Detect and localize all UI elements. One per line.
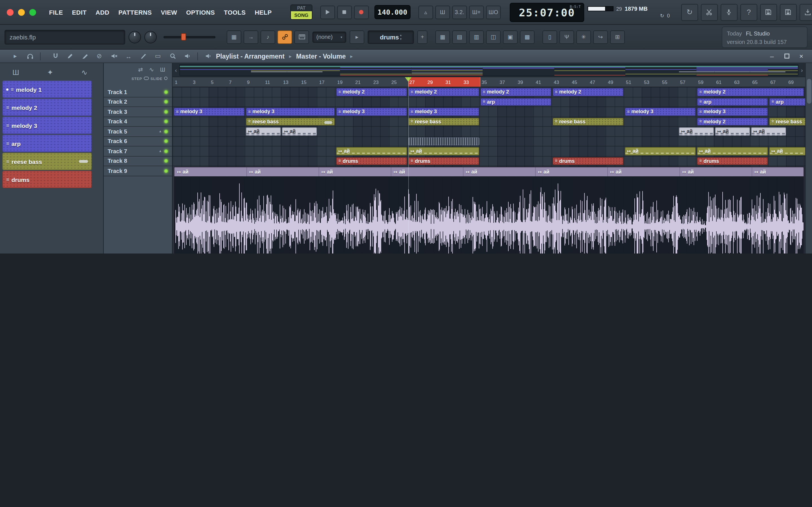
pattern-arrow-button[interactable]: ▸ [350, 30, 364, 44]
menu-file[interactable]: FILE [45, 7, 67, 17]
grid-icon[interactable]: Ш [160, 66, 165, 73]
clip[interactable]: ↦ай [246, 127, 281, 135]
macos-minimize-button[interactable] [18, 9, 25, 15]
menu-help[interactable]: HELP [251, 7, 275, 17]
tempo-display[interactable]: 140.000 [374, 5, 410, 19]
macos-zoom-button[interactable] [29, 9, 36, 15]
master-pitch-knob[interactable] [144, 31, 157, 43]
cut-icon[interactable] [701, 4, 718, 20]
slider-handle[interactable] [181, 33, 186, 40]
slide-toggle[interactable] [164, 76, 167, 80]
track-header[interactable]: Track 8 [104, 156, 172, 166]
track-header[interactable]: Track 4 [104, 117, 172, 127]
minimize-button[interactable]: – [768, 52, 776, 60]
swap-icon[interactable]: ⇄ [138, 66, 143, 73]
magnet-icon[interactable] [49, 51, 61, 61]
clip[interactable]: ↦ай [408, 147, 479, 155]
mic-icon[interactable] [721, 4, 738, 20]
collapse-arrow-icon[interactable]: ▴ [159, 149, 161, 154]
clip[interactable]: ≡melody 2 [408, 88, 479, 96]
clip[interactable]: ≡reese bass [408, 117, 479, 126]
touch-icon[interactable]: ✳ [576, 30, 591, 44]
headphones-icon[interactable] [24, 51, 36, 61]
playlist-play-icon[interactable]: ▸ [9, 51, 21, 61]
zoom-tool-icon[interactable] [166, 51, 179, 61]
clip[interactable]: ↦ай [715, 127, 750, 135]
plugin-icon[interactable]: Ψ [559, 30, 574, 44]
macos-close-button[interactable] [7, 9, 13, 15]
timeline-ruler[interactable]: 1357911131517192123252729313335373941434… [172, 77, 805, 87]
track-header[interactable]: Track 9 [104, 166, 172, 176]
clip[interactable]: ≡reese bass [769, 117, 805, 126]
track-header[interactable]: Track 2 [104, 97, 172, 107]
draw-tool-icon[interactable] [64, 51, 76, 61]
clip[interactable]: ≡reese bass [246, 117, 335, 126]
clip[interactable]: ≡melody 2 [480, 88, 552, 96]
close-button[interactable]: × [797, 52, 805, 60]
vertical-scrollbar[interactable] [805, 63, 812, 253]
track-led[interactable] [164, 169, 168, 173]
browser-panel-icon[interactable]: ▣ [503, 30, 518, 44]
menu-view[interactable]: VIEW [157, 7, 181, 17]
clip[interactable]: ↦ай [282, 127, 317, 135]
track-led[interactable] [164, 120, 168, 124]
automation-tab-icon[interactable]: ∿ [81, 68, 87, 76]
scroll-left-icon[interactable]: ‹ [172, 67, 179, 73]
audio-tab-icon[interactable]: ✦ [47, 68, 53, 76]
breadcrumb-subtitle[interactable]: Master - Volume [296, 53, 346, 59]
select-tool-icon[interactable]: ▭ [152, 51, 164, 61]
pattern-spinner[interactable]: ▴▾ [400, 34, 402, 40]
track-lane[interactable] [172, 136, 805, 147]
autosave-icon[interactable]: ↻ [681, 4, 698, 20]
channel-rack-icon[interactable]: ▦ [227, 30, 241, 44]
pattern-item[interactable]: ≡arp [2, 135, 92, 152]
menu-tools[interactable]: TOOLS [220, 7, 250, 17]
scrollbar-thumb[interactable] [807, 79, 811, 104]
master-volume-knob[interactable] [129, 31, 141, 43]
link-icon[interactable] [277, 30, 292, 44]
delete-tool-icon[interactable]: ⊘ [93, 51, 105, 61]
clip[interactable]: ≡melody 3 [246, 108, 335, 116]
reroute-icon[interactable]: ↪ [593, 30, 608, 44]
typing-keyboard-icon[interactable]: Ш+ [469, 5, 484, 19]
audio-clip-big[interactable]: ↦ай↦ай↦ай↦ай↦ай↦ай↦ай↦ай↦ай [174, 167, 804, 253]
clip[interactable]: ≡melody 3 [174, 108, 245, 116]
clip[interactable]: ↦ай [751, 127, 786, 135]
time-mode-label[interactable]: B:S:T [570, 4, 581, 9]
step-arrow-icon[interactable]: → [244, 30, 258, 44]
paint-tool-icon[interactable] [79, 51, 91, 61]
clip[interactable] [408, 137, 479, 145]
menu-patterns[interactable]: PATTERNS [114, 7, 156, 17]
shop-icon[interactable]: ⊞ [610, 30, 625, 44]
clip[interactable]: ≡arp [697, 98, 768, 106]
track-led[interactable] [164, 90, 168, 94]
menu-add[interactable]: ADD [92, 7, 113, 17]
link-mode-icon[interactable]: ∿ [149, 66, 154, 73]
channel-rack-panel-icon[interactable]: ▥ [469, 30, 484, 44]
track-led[interactable] [164, 149, 168, 153]
overview-scrollbar[interactable]: ‹ › [172, 63, 805, 77]
pattern-item[interactable]: ≡melody 1 [2, 80, 92, 98]
overdub-icon[interactable]: ШO [486, 5, 501, 19]
mute-tool-icon[interactable] [108, 51, 120, 61]
playlist-grid[interactable]: ≡melody 2≡melody 2≡melody 2≡melody 2≡mel… [172, 87, 805, 253]
clip[interactable]: ≡melody 3 [408, 108, 479, 116]
pattern-item[interactable]: ≡melody 3 [2, 117, 92, 134]
track-header[interactable]: Track 1 [104, 87, 172, 97]
piano-icon[interactable] [294, 30, 309, 44]
time-display[interactable]: 25:07:00 B:S:T [510, 3, 584, 22]
clip[interactable]: ≡arp [480, 98, 552, 106]
metronome-icon[interactable]: ▵ [418, 5, 433, 19]
clip[interactable]: ≡drums [336, 157, 407, 165]
slice-tool-icon[interactable] [137, 51, 149, 61]
clip[interactable]: ↦ай [679, 127, 714, 135]
arrangement-minimap[interactable] [179, 64, 799, 76]
main-volume-slider[interactable] [163, 31, 215, 43]
clip[interactable]: ≡melody 3 [625, 108, 696, 116]
note-icon[interactable]: ♪ [260, 30, 275, 44]
track-header[interactable]: Track 5▴ [104, 127, 172, 136]
track-led[interactable] [164, 129, 168, 133]
clip[interactable]: ≡arp [769, 98, 805, 106]
playlist-panel-icon[interactable]: ▦ [435, 30, 450, 44]
clip[interactable]: ↦ай [625, 147, 696, 155]
